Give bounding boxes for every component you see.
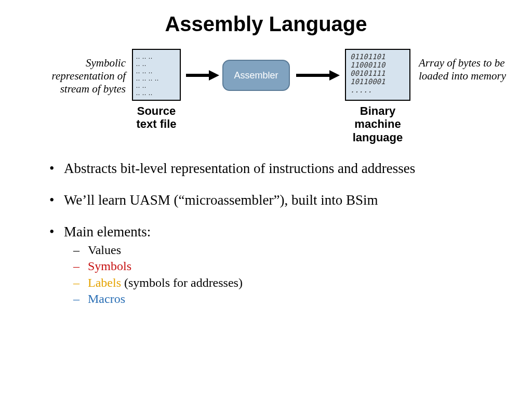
binary-label: Binary machine language [345, 104, 410, 144]
binary-l5: ..... [350, 86, 405, 94]
bullet-item: • Main elements: [49, 224, 483, 240]
binary-label-l3: language [353, 131, 403, 144]
assembler-box: Assembler [222, 60, 290, 91]
sub-bullet-rest: (symbols for addresses) [121, 276, 243, 289]
sub-bullet-item: – Values [73, 242, 483, 258]
sub-bullet-list: – Values – Symbols – Labels (symbols for… [49, 242, 483, 307]
bullet-dot-icon: • [49, 161, 64, 177]
source-label-l2: text file [136, 117, 176, 130]
svg-marker-1 [209, 70, 219, 81]
bullet-item: • Abstracts bit-level representation of … [49, 161, 483, 177]
binary-label-l2: machine [354, 117, 401, 130]
binary-l1: 01101101 [350, 52, 405, 61]
dash-icon: – [73, 258, 88, 274]
source-file-box: .. .. .. .. .. .. .. .. .. .. .. .. .. .… [132, 49, 181, 101]
binary-l2: 11000110 [350, 61, 405, 69]
diagram-area: Symbolic representation of stream of byt… [0, 46, 532, 150]
bullet-item: • We’ll learn UASM (“microassembler”), b… [49, 192, 483, 208]
source-text-placeholder: .. .. .. .. .. .. .. .. .. .. .. .. .. .… [136, 53, 177, 101]
sub-bullet-text: Macros [88, 291, 125, 307]
arrow-icon [295, 69, 342, 82]
arrow-icon [185, 69, 220, 82]
sub-bullet-text: Values [88, 242, 121, 258]
binary-l3: 00101111 [350, 69, 405, 77]
left-caption: Symbolic representation of stream of byt… [22, 57, 126, 96]
bullet-text: Abstracts bit-level representation of in… [64, 161, 483, 177]
sub-bullet-item: – Macros [73, 291, 483, 307]
dash-icon: – [73, 242, 88, 258]
bullet-dot-icon: • [49, 224, 64, 240]
sub-bullet-text: Labels (symbols for addresses) [88, 275, 243, 291]
sub-bullet-colored: Labels [88, 276, 121, 289]
sub-bullet-text: Symbols [88, 258, 131, 274]
slide-title: Assembly Language [0, 0, 532, 46]
binary-label-l1: Binary [360, 104, 395, 117]
binary-l4: 10110001 [350, 77, 405, 86]
svg-marker-3 [329, 70, 340, 81]
source-label: Source text file [132, 104, 181, 131]
source-label-l1: Source [137, 104, 176, 117]
bullet-text: Main elements: [64, 224, 483, 240]
dash-icon: – [73, 275, 88, 291]
dash-icon: – [73, 291, 88, 307]
bullet-dot-icon: • [49, 192, 64, 208]
bullet-text: We’ll learn UASM (“microassembler”), bui… [64, 192, 483, 208]
bullet-list: • Abstracts bit-level representation of … [0, 150, 532, 307]
binary-output-box: 01101101 11000110 00101111 10110001 ....… [345, 49, 410, 101]
sub-bullet-item: – Symbols [73, 258, 483, 274]
sub-bullet-item: – Labels (symbols for addresses) [73, 275, 483, 291]
right-caption: Array of bytes to be loaded into memory [419, 57, 512, 83]
